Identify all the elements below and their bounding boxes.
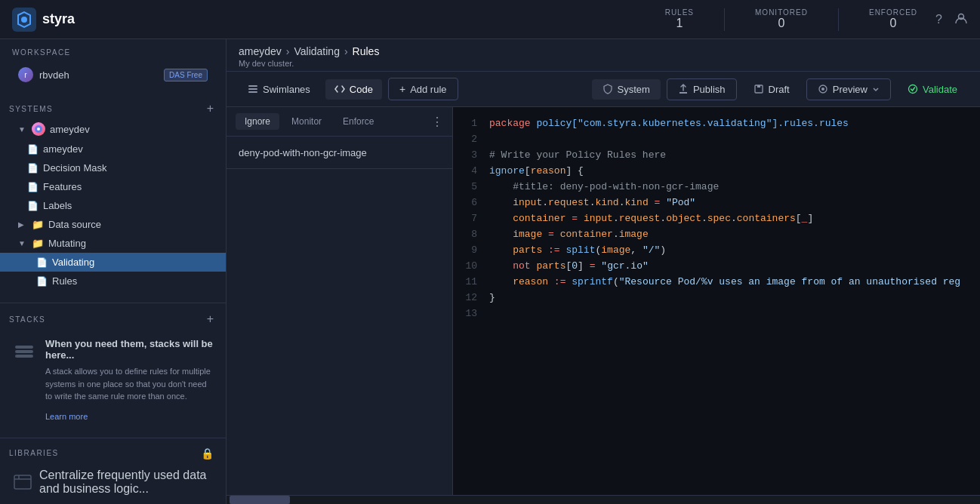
- tab-enforce[interactable]: Enforce: [334, 113, 383, 130]
- add-rule-label: Add rule: [410, 84, 446, 95]
- swimlanes-label: Swimlanes: [263, 84, 310, 95]
- breadcrumb-sep-2: ›: [344, 45, 348, 57]
- system-tab-button[interactable]: System: [592, 79, 661, 100]
- code-line-9: 9 parts := split(image, "/"): [453, 243, 980, 259]
- publish-label: Publish: [693, 84, 726, 95]
- line-code-4: ignore[reason] {: [489, 164, 980, 180]
- rules-stat-label: RULES: [665, 8, 694, 17]
- styra-logo-icon: [12, 8, 36, 32]
- enforced-stat: ENFORCED 0: [869, 8, 917, 30]
- rules-tabs-list: Ignore Monitor Enforce: [236, 113, 383, 130]
- sidebar-item-mutating[interactable]: ▶ 📁 Data source: [0, 215, 226, 234]
- monitored-stat-label: MONITORED: [755, 8, 808, 17]
- code-line-3: 3 # Write your Policy Rules here: [453, 148, 980, 164]
- libraries-text: Centralize frequently used data and busi…: [39, 469, 214, 496]
- line-num-13: 13: [453, 306, 489, 322]
- systems-header: SYSTEMS +: [0, 99, 226, 118]
- line-num-6: 6: [453, 195, 489, 211]
- line-num-10: 10: [453, 259, 489, 275]
- rules-more-icon[interactable]: ⋮: [431, 115, 443, 129]
- save-draft-button[interactable]: Draft: [743, 79, 800, 100]
- code-line-7: 7 container = input.request.object.spec.…: [453, 211, 980, 227]
- sidebar-item-datasource[interactable]: 📄 Labels: [0, 196, 226, 215]
- rules-stat: RULES 1: [665, 8, 694, 30]
- monitored-stat-value: 0: [778, 17, 785, 30]
- code-line-10: 10 not parts[0] = "gcr.io": [453, 259, 980, 275]
- line-num-11: 11: [453, 275, 489, 290]
- stacks-empty-state: When you need them, stacks will be here.…: [12, 338, 214, 423]
- code-line-12: 12 }: [453, 290, 980, 306]
- sidebar-item-decision-mask[interactable]: 📄 ameydev: [0, 140, 226, 158]
- svg-rect-8: [14, 475, 31, 489]
- code-view-button[interactable]: Code: [325, 79, 382, 100]
- sidebar-item-rules[interactable]: 📄 Validating: [0, 253, 226, 272]
- rules-stat-value: 1: [676, 17, 683, 30]
- decision-mask-file-icon: 📄: [27, 144, 39, 155]
- add-stack-button[interactable]: +: [207, 312, 214, 326]
- validate-button[interactable]: Validate: [897, 79, 968, 100]
- line-code-6: input.request.kind.kind = "Pod": [489, 195, 980, 211]
- sidebar-item-ameydev[interactable]: ▼ ameydev: [0, 118, 226, 140]
- stacks-section: STACKS + When you need them, stacks will…: [0, 303, 226, 438]
- publish-button[interactable]: Publish: [667, 78, 737, 100]
- validate-check-icon: [908, 84, 918, 94]
- test-file-icon: 📄: [36, 276, 48, 287]
- code-editor[interactable]: 1 package policy["com.styra.kubernetes.v…: [453, 107, 980, 495]
- preview-button[interactable]: Preview: [806, 78, 891, 100]
- sidebar-item-test[interactable]: 📄 Rules: [0, 272, 226, 290]
- add-system-button[interactable]: +: [207, 102, 214, 115]
- svg-point-4: [37, 128, 40, 131]
- breadcrumb-rules: Rules: [353, 45, 380, 57]
- swimlanes-button[interactable]: Swimlanes: [239, 79, 319, 100]
- libraries-header: LIBRARIES 🔒: [0, 444, 226, 463]
- line-num-4: 4: [453, 164, 489, 180]
- sidebar-item-validating[interactable]: ▼ 📁 Mutating: [0, 234, 226, 253]
- libraries-label: LIBRARIES: [9, 449, 59, 457]
- line-code-13: [489, 306, 980, 322]
- libraries-item: Centralize frequently used data and busi…: [0, 463, 226, 502]
- add-rule-button[interactable]: + Add rule: [388, 78, 458, 100]
- mutating-chevron-icon: ▶: [18, 220, 27, 229]
- tab-monitor[interactable]: Monitor: [282, 113, 331, 130]
- validating-label: Mutating: [48, 238, 86, 249]
- features-file-icon: 📄: [27, 163, 39, 174]
- line-num-12: 12: [453, 290, 489, 306]
- rule-list-item[interactable]: deny-pod-with-non-gcr-image: [227, 137, 452, 169]
- publish-icon: [678, 84, 689, 94]
- code-content: 1 package policy["com.styra.kubernetes.v…: [453, 107, 980, 495]
- editor-horizontal-scrollbar[interactable]: [227, 495, 980, 504]
- labels-file-icon: 📄: [27, 182, 39, 192]
- stacks-empty-desc: A stack allows you to define rules for m…: [45, 365, 214, 403]
- draft-label: Draft: [769, 84, 790, 95]
- sidebar-item-labels[interactable]: 📄 Features: [0, 177, 226, 196]
- help-icon[interactable]: ?: [935, 13, 942, 26]
- svg-rect-10: [248, 88, 257, 90]
- logo-text: styra: [42, 11, 75, 27]
- tab-ignore[interactable]: Ignore: [236, 113, 279, 130]
- line-code-3: # Write your Policy Rules here: [489, 148, 980, 164]
- code-line-1: 1 package policy["com.styra.kubernetes.v…: [453, 116, 980, 132]
- main-layout: WORKSPACE r rbvdeh DAS Free SYSTEMS + ▼: [0, 39, 980, 504]
- stacks-empty-text: When you need them, stacks will be here.…: [45, 338, 214, 423]
- rules-file-icon: 📄: [36, 257, 48, 268]
- workspace-avatar: r: [18, 67, 33, 82]
- stacks-icon: [12, 338, 36, 362]
- sidebar-item-features[interactable]: 📄 Decision Mask: [0, 158, 226, 177]
- line-num-8: 8: [453, 227, 489, 243]
- user-icon[interactable]: [954, 11, 968, 28]
- stats-bar: RULES 1 MONITORED 0 ENFORCED 0: [647, 8, 935, 31]
- svg-point-16: [908, 85, 917, 94]
- workspace-item[interactable]: r rbvdeh DAS Free: [12, 63, 214, 87]
- datasource-file-icon: 📄: [27, 201, 39, 211]
- code-line-6: 6 input.request.kind.kind = "Pod": [453, 195, 980, 211]
- svg-rect-7: [15, 355, 33, 358]
- breadcrumb-sep-1: ›: [286, 45, 290, 57]
- workspace-section: WORKSPACE r rbvdeh DAS Free: [0, 39, 226, 93]
- line-code-5: #title: deny-pod-with-non-gcr-image: [489, 180, 980, 195]
- rules-tabs: Ignore Monitor Enforce ⋮: [227, 107, 452, 137]
- code-label: Code: [350, 84, 373, 95]
- svg-rect-9: [248, 85, 257, 87]
- stacks-learn-more-link[interactable]: Learn more: [45, 412, 88, 421]
- preview-label: Preview: [833, 84, 868, 95]
- breadcrumb-ameydev: ameydev: [239, 45, 282, 57]
